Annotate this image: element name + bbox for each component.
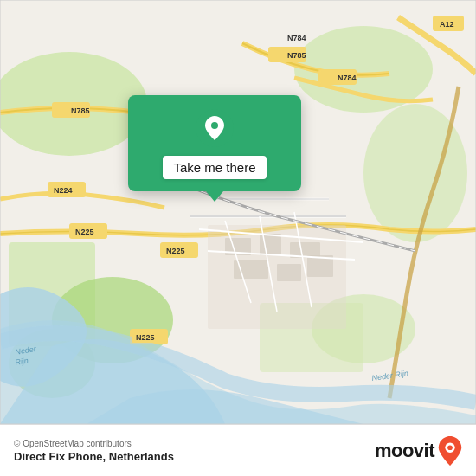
location-popup[interactable]: Take me there	[128, 95, 301, 191]
location-pin-icon	[196, 109, 234, 147]
svg-text:A12: A12	[440, 20, 454, 29]
moovit-logo: moovit	[375, 436, 462, 466]
svg-rect-23	[277, 264, 301, 281]
svg-text:N784: N784	[287, 34, 306, 42]
map-container: N785 N785 N784 N784 A12 N224 N225 N225 N…	[0, 0, 476, 424]
svg-text:N785: N785	[71, 106, 90, 115]
moovit-pin-icon	[438, 436, 462, 466]
svg-text:N225: N225	[75, 228, 94, 236]
svg-text:N225: N225	[136, 333, 155, 342]
svg-text:N785: N785	[287, 51, 306, 60]
footer-info: © OpenStreetMap contributors Direct Fix …	[14, 439, 174, 463]
take-me-there-button[interactable]: Take me there	[163, 156, 266, 179]
svg-text:N224: N224	[54, 186, 73, 195]
svg-text:N784: N784	[338, 74, 357, 82]
copyright-text: © OpenStreetMap contributors	[14, 439, 174, 448]
location-name: Direct Fix Phone, Netherlands	[14, 450, 174, 463]
svg-point-56	[211, 122, 218, 129]
svg-text:N225: N225	[166, 247, 185, 255]
svg-point-58	[447, 445, 453, 450]
moovit-text: moovit	[375, 440, 434, 462]
footer-bar: © OpenStreetMap contributors Direct Fix …	[0, 424, 476, 476]
